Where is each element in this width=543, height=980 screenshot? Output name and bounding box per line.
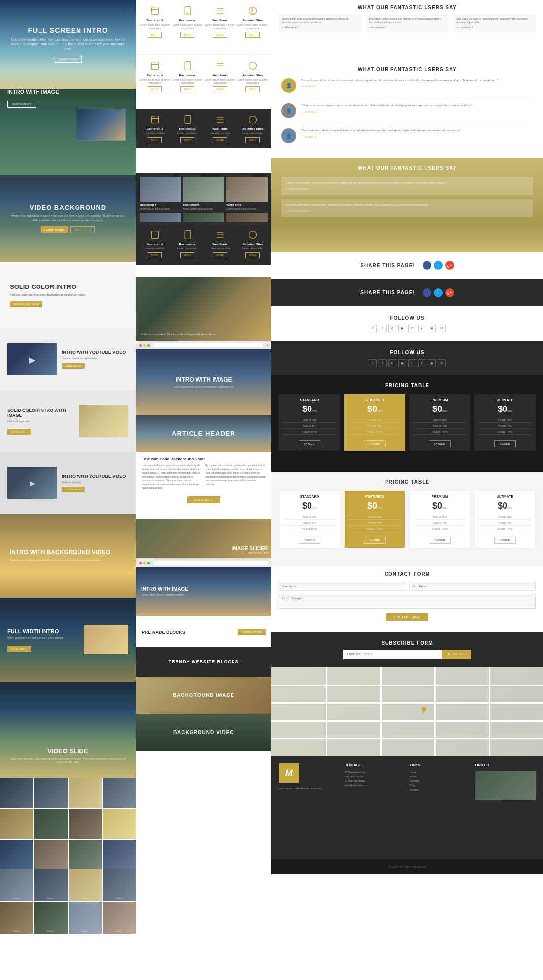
feature-btn-3[interactable]: MORE (213, 32, 227, 38)
dark2-btn-2[interactable]: MORE (180, 252, 194, 258)
pricing-standard-btn[interactable]: ORDER (299, 440, 320, 447)
video-bg-btn1[interactable]: LEARN MORE (41, 226, 68, 233)
browser2-address[interactable] (153, 561, 268, 565)
grid-cell-8[interactable] (103, 809, 136, 838)
follow-dark-fb[interactable]: f (369, 359, 377, 367)
dark2-feature-1: Bootstrap 4 Lorem ipsum dolor MORE (140, 229, 170, 258)
grid-cell-9[interactable] (0, 840, 33, 869)
dark-feature-btn-4[interactable]: MORE (245, 137, 260, 143)
contact-email-input[interactable] (409, 582, 536, 591)
thumb-7[interactable]: Caption (69, 902, 102, 934)
thumb-1[interactable]: Caption (0, 869, 33, 901)
thumb-2[interactable]: Caption (34, 869, 67, 901)
pricing-ultimate-btn[interactable]: ORDER (494, 440, 516, 447)
full-screen-intro-button[interactable]: LEARN MORE (54, 56, 82, 63)
solid-img-btn[interactable]: LEARN MORE (7, 429, 31, 435)
grid-cell-4[interactable] (103, 778, 136, 808)
pricing-w-premium-btn[interactable]: ORDER (429, 537, 451, 544)
footer-link-5[interactable]: Contact (410, 788, 470, 791)
follow-dark-rss[interactable]: ◉ (428, 359, 436, 367)
follow-fb[interactable]: f (369, 325, 377, 332)
follow-dark-email[interactable]: ✉ (438, 359, 446, 367)
pricing-premium-btn[interactable]: ORDER (429, 440, 451, 447)
full-width-btn[interactable]: LEARN MORE (7, 646, 31, 652)
dark2-btn-1[interactable]: MORE (148, 252, 162, 258)
thumb-3[interactable]: Caption (69, 869, 102, 901)
follow-email[interactable]: ✉ (438, 325, 446, 332)
contact-title: CONTACT FORM (279, 572, 536, 577)
grid-cell-6[interactable] (34, 809, 67, 838)
follow-dark-gp[interactable]: g (388, 359, 396, 367)
dark-feature-btn-2[interactable]: MORE (180, 137, 194, 143)
grid-cell-11[interactable] (69, 840, 102, 869)
dark2-icon-3 (214, 229, 226, 241)
youtube-thumbnail[interactable] (7, 343, 57, 375)
premade-button[interactable]: LEARN MORE (238, 629, 266, 635)
grid-cell-5[interactable] (0, 809, 33, 838)
video-bg-btn2[interactable]: MORE INFO (70, 226, 95, 233)
intro-with-image-button[interactable]: LEARN MORE (7, 101, 36, 108)
share-page-section-dark: SHARE THIS PAGE! f t g+ (272, 279, 543, 306)
subscribe-email-input[interactable] (343, 650, 442, 659)
grid-cell-1[interactable] (0, 778, 33, 808)
feature-btn-6[interactable]: MORE (180, 86, 194, 92)
feature-btn-1[interactable]: MORE (148, 32, 162, 38)
follow-tw[interactable]: t (379, 325, 387, 332)
browser-address-bar[interactable] (153, 343, 263, 347)
follow-dark-yt[interactable]: ▶ (398, 359, 406, 367)
contact-submit-button[interactable]: SEND MESSAGE (386, 613, 428, 621)
responsive-icon (182, 5, 194, 17)
feature-btn-7[interactable]: MORE (213, 86, 227, 92)
follow-yt[interactable]: ▶ (398, 325, 406, 332)
footer-link-4[interactable]: Blog (410, 784, 470, 787)
thumb-6[interactable]: Caption (34, 902, 67, 934)
follow-dark-in[interactable]: in (408, 359, 416, 367)
facebook-icon-dark[interactable]: f (423, 288, 431, 297)
dark2-btn-3[interactable]: MORE (213, 252, 227, 258)
grid-cell-3[interactable] (69, 778, 102, 808)
youtube-thumbnail-2[interactable] (7, 467, 57, 499)
twitter-icon[interactable]: t (434, 261, 443, 270)
thumb-4[interactable]: Caption (103, 869, 136, 901)
footer-link-2[interactable]: About (410, 775, 470, 778)
google-plus-icon-dark[interactable]: g+ (445, 288, 454, 297)
intro-youtube2-btn[interactable]: LEARN MORE (62, 487, 85, 492)
follow-pi[interactable]: P (418, 325, 426, 332)
follow-rss[interactable]: ◉ (428, 325, 436, 332)
feature-btn-5[interactable]: MORE (148, 86, 162, 92)
feature-btn-2[interactable]: MORE (180, 32, 194, 38)
footer-link-1[interactable]: Home (410, 771, 470, 774)
feature-btn-4[interactable]: MORE (245, 32, 260, 38)
grid-cell-2[interactable] (34, 778, 67, 808)
img-card-thumb-3 (226, 177, 268, 202)
subscribe-button[interactable]: SUBSCRIBE (442, 650, 471, 659)
facebook-icon[interactable]: f (423, 261, 431, 270)
follow-in[interactable]: in (408, 325, 416, 332)
google-plus-icon[interactable]: g+ (445, 261, 454, 270)
article-read-more[interactable]: READ MORE (187, 496, 220, 503)
feature-item-3: Web Fonts Lorem ipsum dolor sit amet con… (205, 5, 235, 38)
pricing-w-featured-btn[interactable]: ORDER (364, 537, 386, 544)
thumb-8[interactable]: Caption (103, 902, 136, 934)
solid-color-button[interactable]: DOWNLOAD NOW (10, 301, 42, 307)
pricing-w-standard-btn[interactable]: ORDER (299, 537, 320, 544)
dark-feature-btn-3[interactable]: MORE (213, 137, 227, 143)
contact-message-input[interactable] (279, 594, 536, 609)
follow-dark-pi[interactable]: P (418, 359, 426, 367)
grid-cell-10[interactable] (34, 840, 67, 869)
solid-youtube-btn[interactable]: LEARN MORE (62, 363, 85, 369)
grid-cell-7[interactable] (69, 809, 102, 838)
pricing-w-ultimate-btn[interactable]: ORDER (494, 537, 516, 544)
dark-feature-btn-1[interactable]: MORE (148, 137, 162, 143)
follow-dark-tw[interactable]: t (379, 359, 387, 367)
thumb-5[interactable]: Caption (0, 902, 33, 934)
follow-gp[interactable]: g (388, 325, 396, 332)
feature-btn-8[interactable]: MORE (245, 86, 260, 92)
pricing-featured-btn[interactable]: ORDER (364, 440, 386, 447)
feature-item-4: Unlimited Sites Lorem ipsum dolor sit am… (237, 5, 268, 38)
contact-name-input[interactable] (279, 582, 405, 591)
dark2-btn-4[interactable]: MORE (245, 252, 260, 258)
twitter-icon-dark[interactable]: t (434, 288, 443, 297)
footer-link-3[interactable]: Services (410, 779, 470, 782)
grid-cell-12[interactable] (103, 840, 136, 869)
